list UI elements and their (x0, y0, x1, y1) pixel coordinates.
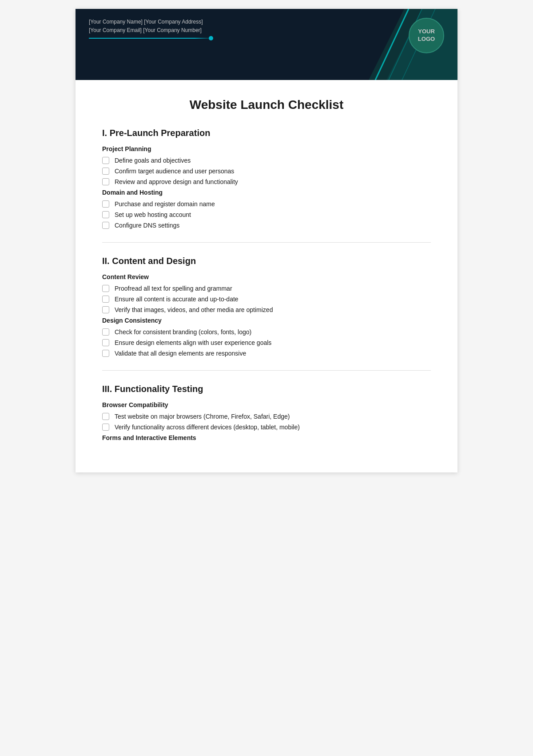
checkbox[interactable] (102, 296, 109, 303)
item-label: Verify that images, videos, and other me… (115, 306, 273, 313)
logo: YOUR LOGO (409, 18, 444, 53)
item-label: Test website on major browsers (Chrome, … (115, 413, 290, 420)
company-contact: [Your Company Email] [Your Company Numbe… (89, 26, 203, 35)
subsection-project-planning-title: Project Planning (102, 145, 431, 152)
subsection-domain-hosting-title: Domain and Hosting (102, 189, 431, 196)
item-label: Ensure all content is accurate and up-to… (115, 296, 239, 303)
subsection-forms-interactive: Forms and Interactive Elements (102, 434, 431, 441)
checkbox[interactable] (102, 200, 109, 208)
list-item: Proofread all text for spelling and gram… (102, 285, 431, 292)
list-item: Verify functionality across different de… (102, 424, 431, 431)
checkbox[interactable] (102, 413, 109, 420)
item-label: Define goals and objectives (115, 157, 191, 164)
section-2-title: II. Content and Design (102, 256, 431, 266)
section-3-title: III. Functionality Testing (102, 384, 431, 394)
item-label: Verify functionality across different de… (115, 424, 300, 431)
checkbox[interactable] (102, 222, 109, 229)
checkbox[interactable] (102, 339, 109, 346)
list-item: Check for consistent branding (colors, f… (102, 328, 431, 336)
company-name: [Your Company Name] [Your Company Addres… (89, 18, 203, 26)
list-item: Purchase and register domain name (102, 200, 431, 208)
subsection-project-planning: Project Planning Define goals and object… (102, 145, 431, 185)
header-contact: [Your Company Name] [Your Company Addres… (89, 18, 203, 35)
list-item: Configure DNS settings (102, 222, 431, 229)
item-label: Proofread all text for spelling and gram… (115, 285, 232, 292)
section-1-title: I. Pre-Launch Preparation (102, 128, 431, 138)
subsection-design-consistency: Design Consistency Check for consistent … (102, 317, 431, 357)
list-item: Set up web hosting account (102, 211, 431, 218)
page: [Your Company Name] [Your Company Addres… (76, 9, 457, 472)
subsection-domain-hosting: Domain and Hosting Purchase and register… (102, 189, 431, 229)
item-label: Configure DNS settings (115, 222, 179, 229)
subsection-design-consistency-title: Design Consistency (102, 317, 431, 324)
checkbox[interactable] (102, 306, 109, 313)
checkbox[interactable] (102, 157, 109, 164)
section-prelaunch: I. Pre-Launch Preparation Project Planni… (102, 128, 431, 229)
checkbox[interactable] (102, 178, 109, 185)
checkbox[interactable] (102, 350, 109, 357)
list-item: Define goals and objectives (102, 157, 431, 164)
checkbox[interactable] (102, 285, 109, 292)
subsection-browser-compatibility-title: Browser Compatibility (102, 401, 431, 408)
list-item: Validate that all design elements are re… (102, 350, 431, 357)
item-label: Check for consistent branding (colors, f… (115, 328, 251, 336)
divider-2 (102, 370, 431, 371)
document-title: Website Launch Checklist (102, 98, 431, 112)
checkbox[interactable] (102, 424, 109, 431)
list-item: Test website on major browsers (Chrome, … (102, 413, 431, 420)
subsection-content-review: Content Review Proofread all text for sp… (102, 273, 431, 313)
divider-1 (102, 242, 431, 243)
list-item: Verify that images, videos, and other me… (102, 306, 431, 313)
item-label: Validate that all design elements are re… (115, 350, 246, 357)
list-item: Confirm target audience and user persona… (102, 168, 431, 175)
subsection-browser-compatibility: Browser Compatibility Test website on ma… (102, 401, 431, 431)
item-label: Confirm target audience and user persona… (115, 168, 234, 175)
header-line (89, 38, 213, 39)
list-item: Ensure design elements align with user e… (102, 339, 431, 346)
list-item: Ensure all content is accurate and up-to… (102, 296, 431, 303)
item-label: Ensure design elements align with user e… (115, 339, 271, 346)
main-content: Website Launch Checklist I. Pre-Launch P… (76, 80, 457, 472)
subsection-forms-interactive-title: Forms and Interactive Elements (102, 434, 431, 441)
item-label: Review and approve design and functional… (115, 178, 238, 185)
checkbox[interactable] (102, 328, 109, 336)
checkbox[interactable] (102, 211, 109, 218)
subsection-content-review-title: Content Review (102, 273, 431, 280)
section-content-design: II. Content and Design Content Review Pr… (102, 256, 431, 357)
list-item: Review and approve design and functional… (102, 178, 431, 185)
checkbox[interactable] (102, 168, 109, 175)
section-functionality-testing: III. Functionality Testing Browser Compa… (102, 384, 431, 441)
header: [Your Company Name] [Your Company Addres… (76, 9, 457, 80)
item-label: Set up web hosting account (115, 211, 191, 218)
item-label: Purchase and register domain name (115, 200, 215, 208)
